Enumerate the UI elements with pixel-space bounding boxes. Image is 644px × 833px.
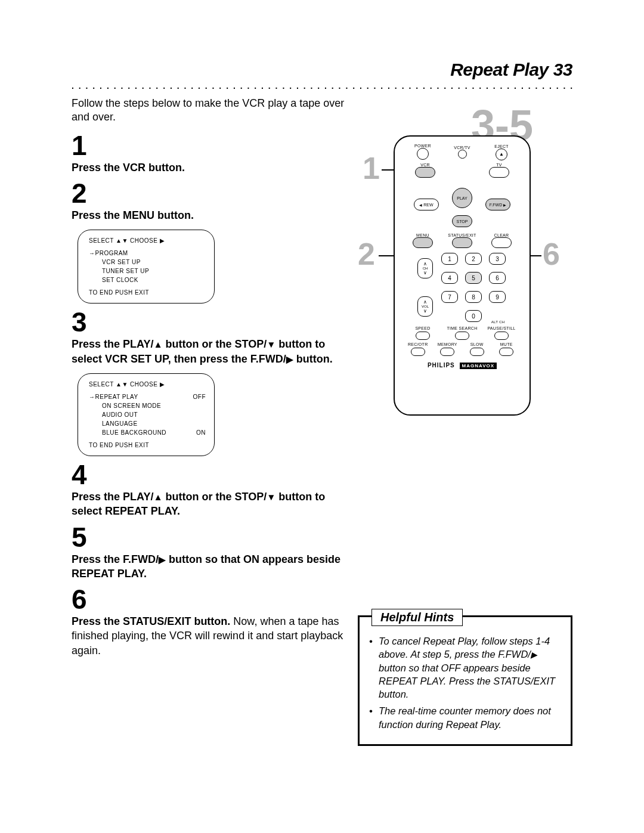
page-title: Repeat Play [450,60,549,79]
osd2-item-1: AUDIO OUT [89,410,206,419]
osd2-header: SELECT ▲▼ CHOOSE ▶ [89,380,206,389]
left-triangle-icon: ◀ [419,203,422,207]
speed-button[interactable] [416,332,430,340]
hints-title: Helpful Hints [371,609,463,626]
intro-text: Follow the steps below to make the VCR p… [72,97,346,125]
rew-button[interactable]: ◀ REW [414,199,439,210]
dotted-rule: . . . . . . . . . . . . . . . . . . . . … [72,81,572,91]
stop-label: STOP [457,219,468,224]
step-number-2: 2 [72,179,346,207]
step-number-1: 1 [72,132,346,159]
power-label: POWER [403,144,442,148]
osd1-item-3: SET CLOCK [89,275,206,284]
vcr-button[interactable] [415,167,435,178]
vcrtv-label: VCR/TV [442,145,482,150]
osd1-footer: TO END PUSH EXIT [89,288,206,297]
stop-button[interactable]: STOP [452,215,472,227]
status-label: STATUS/EXIT [442,233,482,237]
clear-button[interactable] [491,237,512,248]
hint1-b: button so that OFF appears beside REPEAT… [379,662,555,700]
right-triangle-icon: ▶ [531,649,537,661]
remote-control: POWER VCR/TV EJECT▲ VCR TV PLAY ◀ REW F.… [394,135,531,416]
slow-label: SLOW [462,342,492,346]
key-1[interactable]: 1 [441,253,458,265]
rew-label: REW [423,203,433,207]
speed-label: SPEED [403,326,442,330]
chevron-up-icon: ∧ [423,299,427,305]
status-exit-button[interactable] [452,237,472,248]
step4-p2: button or the STOP/ [163,491,267,503]
vcrtv-button[interactable] [458,150,467,159]
callout-6: 6 [543,239,560,270]
right-triangle-icon: ▶ [286,354,293,366]
key-0[interactable]: 0 [465,310,482,322]
up-triangle-icon: ▲ [153,491,162,504]
step-number-3: 3 [72,308,346,336]
osd2-r1r: OFF [193,392,206,401]
pausestill-button[interactable] [494,332,509,340]
step-2: Press the MENU button. [72,208,346,222]
helpful-hints-box: Helpful Hints To cancel Repeat Play, fol… [358,615,572,746]
memory-button[interactable] [440,348,454,356]
pausestill-label: PAUSE/STILL [482,326,521,330]
chevron-up-icon: ∧ [423,261,427,267]
figure-column: 3-5 1 2 6 POWER VCR/TV EJECT▲ VCR TV [358,97,572,658]
up-triangle-icon: ▲ [153,339,162,351]
eject-label: EJECT [482,144,521,148]
mute-button[interactable] [499,348,513,356]
channel-rocker[interactable]: ∧CH∨ [417,258,433,278]
down-triangle-icon: ▼ [267,491,275,504]
mute-label: MUTE [492,342,522,346]
step3-p2: button or the STOP/ [163,338,267,350]
chevron-down-icon: ∨ [423,308,427,314]
page-number: 33 [553,60,572,79]
key-9[interactable]: 9 [489,291,506,303]
key-7[interactable]: 7 [441,291,458,303]
key-2[interactable]: 2 [465,253,482,265]
play-button[interactable]: PLAY [452,188,472,208]
timesearch-label: TIME SEARCH [442,326,482,330]
osd1-header: SELECT ▲▼ CHOOSE ▶ [89,236,206,245]
right-triangle-icon: ▶ [503,203,506,207]
osd2-item-0: ON SCREEN MODE [89,401,206,410]
brand-philips: PHILIPS [428,362,455,368]
key-8[interactable]: 8 [465,291,482,303]
step-number-5: 5 [72,524,346,551]
step-4: Press the PLAY/▲ button or the STOP/▼ bu… [72,490,346,519]
step-number-4: 4 [72,461,346,488]
osd2-item-2: LANGUAGE [89,419,206,428]
step3-p1: Press the PLAY/ [72,338,153,350]
hint-1: To cancel Repeat Play, follow steps 1-4 … [369,634,561,701]
osd2-r1l: →REPEAT PLAY [89,392,138,401]
ffwd-button[interactable]: F.FWD ▶ [485,199,510,210]
slow-button[interactable] [470,348,484,356]
volume-rocker[interactable]: ∧VOL∨ [417,296,433,317]
step-1: Press the VCR button. [72,160,346,175]
right-triangle-icon: ▶ [159,554,166,566]
clear-label: CLEAR [482,233,521,237]
osd-menu-1: SELECT ▲▼ CHOOSE ▶ →PROGRAM VCR SET UP T… [78,230,215,304]
recotr-button[interactable] [411,348,425,356]
step6-bold: Press the STATUS/EXIT button. [72,615,230,627]
step5-p1: Press the F.FWD/ [72,553,159,565]
power-button[interactable] [417,148,429,160]
tv-button[interactable] [489,167,509,178]
eject-button[interactable]: ▲ [496,148,507,160]
hint1-a: To cancel Repeat Play, follow steps 1-4 … [379,636,550,659]
step3-p4: button. [293,353,333,365]
step-6: Press the STATUS/EXIT button. Now, when … [72,614,346,658]
step-number-6: 6 [72,586,346,613]
page-header: Repeat Play 33 [72,60,572,80]
key-5[interactable]: 5 [465,272,482,284]
key-4[interactable]: 4 [441,272,458,284]
osd2-r2l: BLUE BACKGROUND [102,428,166,437]
key-6[interactable]: 6 [489,272,506,284]
transport-controls: PLAY ◀ REW F.FWD ▶ STOP [403,182,521,230]
key-3[interactable]: 3 [489,253,506,265]
menu-button[interactable] [413,237,433,248]
tv-label: TV [489,163,509,167]
timesearch-button[interactable] [455,332,469,340]
altch-label: ALT CH [489,320,507,324]
osd1-item-0: →PROGRAM [89,249,206,258]
osd1-item-2: TUNER SET UP [89,267,206,275]
